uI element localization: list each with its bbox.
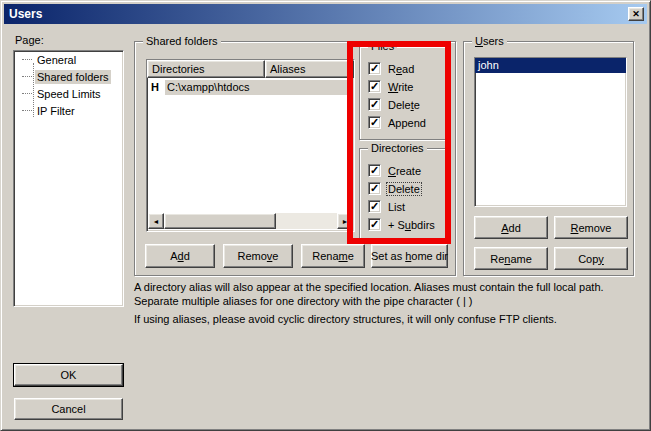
scroll-left-button[interactable]: ◄: [148, 213, 164, 229]
checkbox-box[interactable]: ✓: [368, 218, 381, 231]
close-icon: ✕: [632, 9, 640, 19]
users-group: Users john Add Remove Rename Copy: [463, 41, 634, 276]
page-label: Page:: [15, 34, 44, 46]
folder-add-button[interactable]: Add: [145, 244, 215, 268]
users-dialog: Users ✕ Page: General Shared folders Spe…: [0, 0, 651, 431]
sidebar-item-shared-folders[interactable]: Shared folders: [14, 68, 123, 85]
user-remove-button[interactable]: Remove: [554, 216, 628, 239]
checkmark-icon: ✓: [370, 182, 379, 195]
cancel-button[interactable]: Cancel: [14, 398, 123, 420]
checkmark-icon: ✓: [370, 218, 379, 231]
directories-permissions-group: Directories ✓ Create ✓ Delete ✓ List ✓ +…: [359, 148, 447, 241]
users-list[interactable]: john: [474, 57, 627, 207]
scroll-left-icon: ◄: [153, 218, 160, 225]
user-add-button[interactable]: Add: [474, 216, 548, 239]
files-permissions-group: Files ✓ Read ✓ Write ✓ Delete ✓ Append: [359, 46, 447, 140]
sidebar-item-ip-filter[interactable]: IP Filter: [14, 102, 123, 119]
column-header-aliases[interactable]: Aliases: [265, 60, 354, 78]
set-as-home-dir-button[interactable]: Set as home dir: [371, 244, 448, 268]
checkmark-icon: ✓: [370, 98, 379, 111]
checkbox-box[interactable]: ✓: [368, 182, 381, 195]
shared-folders-list[interactable]: Directories Aliases H C:\xampp\htdocs: [146, 59, 355, 232]
user-rename-button[interactable]: Rename: [474, 247, 548, 270]
checkbox-box[interactable]: ✓: [368, 200, 381, 213]
checkbox-files-read[interactable]: ✓ Read: [368, 61, 415, 76]
users-group-label: Users: [472, 35, 507, 47]
checkbox-dirs-subdirs[interactable]: ✓ + Subdirs: [368, 217, 436, 232]
page-tree[interactable]: General Shared folders Speed Limits IP F…: [13, 50, 124, 307]
checkbox-dirs-list[interactable]: ✓ List: [368, 199, 406, 214]
list-header: Directories Aliases: [147, 60, 354, 78]
shared-folders-group-label: Shared folders: [143, 35, 221, 47]
window-title: Users: [9, 7, 42, 21]
horizontal-scrollbar[interactable]: ◄ ►: [148, 213, 353, 229]
checkbox-files-append[interactable]: ✓ Append: [368, 115, 427, 130]
sidebar-item-general[interactable]: General: [14, 51, 123, 68]
title-bar[interactable]: Users: [4, 4, 647, 24]
folder-rename-button[interactable]: Rename: [301, 244, 365, 268]
checkmark-icon: ✓: [370, 200, 379, 213]
folder-remove-button[interactable]: Remove: [223, 244, 293, 268]
checkmark-icon: ✓: [370, 62, 379, 75]
checkbox-box[interactable]: ✓: [368, 164, 381, 177]
cyclic-warning-text: If using aliases, please avoid cyclic di…: [134, 312, 648, 326]
list-item-user[interactable]: john: [475, 58, 626, 73]
checkbox-dirs-create[interactable]: ✓ Create: [368, 163, 422, 178]
sidebar-item-speed-limits[interactable]: Speed Limits: [14, 85, 123, 102]
close-button[interactable]: ✕: [628, 7, 644, 21]
checkmark-icon: ✓: [370, 116, 379, 129]
checkbox-box[interactable]: ✓: [368, 98, 381, 111]
ok-button[interactable]: OK: [14, 364, 123, 386]
scroll-right-icon: ►: [342, 218, 349, 225]
user-copy-button[interactable]: Copy: [554, 247, 628, 270]
checkmark-icon: ✓: [370, 80, 379, 93]
checkbox-files-delete[interactable]: ✓ Delete: [368, 97, 421, 112]
directories-group-label: Directories: [368, 142, 427, 154]
checkbox-box[interactable]: ✓: [368, 80, 381, 93]
scrollbar-track[interactable]: [164, 213, 337, 229]
checkbox-dirs-delete[interactable]: ✓ Delete: [368, 181, 421, 196]
checkbox-box[interactable]: ✓: [368, 116, 381, 129]
checkmark-icon: ✓: [370, 164, 379, 177]
column-header-directories[interactable]: Directories: [147, 60, 265, 78]
files-group-label: Files: [368, 40, 397, 52]
directory-path: C:\xampp\htdocs: [165, 80, 353, 95]
checkbox-files-write[interactable]: ✓ Write: [368, 79, 414, 94]
table-row[interactable]: H C:\xampp\htdocs: [147, 79, 354, 95]
scroll-right-button[interactable]: ►: [337, 213, 353, 229]
checkbox-box[interactable]: ✓: [368, 62, 381, 75]
scrollbar-thumb[interactable]: [164, 213, 276, 229]
alias-help-text: A directory alias will also appear at th…: [134, 280, 648, 308]
home-marker: H: [147, 81, 165, 93]
